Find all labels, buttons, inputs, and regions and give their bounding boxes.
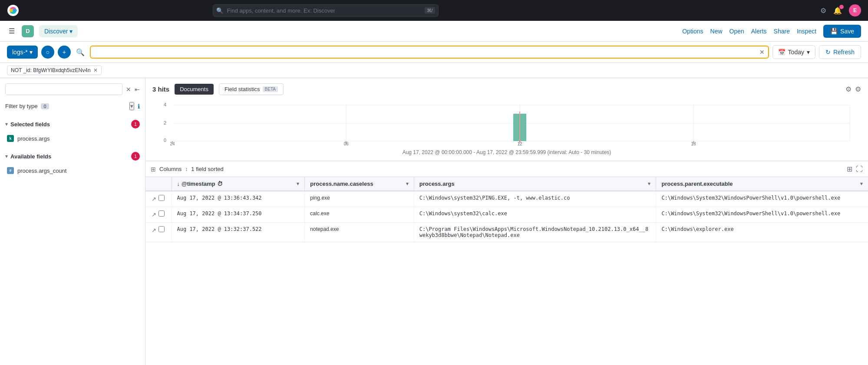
filter-type-chevron-button[interactable]: ▾ bbox=[129, 102, 134, 110]
svg-text:12: 12 bbox=[517, 141, 522, 146]
timestamp-col-label: @timestamp bbox=[182, 181, 215, 187]
svg-text:18: 18 bbox=[691, 141, 696, 146]
elastic-logo-icon bbox=[7, 4, 19, 16]
chart-top-row: 3 hits Documents Field statistics BETA ⚙… bbox=[152, 83, 861, 95]
table-view-button[interactable]: ⊞ bbox=[847, 165, 852, 173]
row-checkbox[interactable] bbox=[158, 210, 165, 217]
main-layout: process.args ✕ ⇤ Filter by type 0 ▾ ℹ ▾ … bbox=[0, 78, 868, 365]
filter-remove-button[interactable]: ✕ bbox=[93, 67, 98, 73]
th-process-name[interactable]: process.name.caseless ▾ bbox=[305, 177, 414, 191]
expand-row-button[interactable]: ↗ bbox=[151, 195, 157, 203]
new-button[interactable]: New bbox=[710, 28, 723, 35]
elastic-logo[interactable] bbox=[7, 4, 19, 16]
field-type-icon-hash: # bbox=[7, 167, 14, 174]
selected-fields-chevron-icon: ▾ bbox=[5, 121, 8, 127]
columns-label: Columns bbox=[159, 166, 182, 172]
options-button[interactable]: Options bbox=[682, 28, 703, 35]
sidebar-search-clear-button[interactable]: ✕ bbox=[126, 86, 131, 93]
filter-info-button[interactable]: ℹ bbox=[138, 103, 140, 110]
sidebar-search-input[interactable]: process.args bbox=[5, 83, 122, 95]
global-search-input[interactable] bbox=[213, 4, 439, 17]
timestamp-col-chevron-icon: ▾ bbox=[297, 181, 299, 187]
process-args-cell: C:\Windows\system32\calc.exe bbox=[414, 207, 656, 223]
chart-svg: 4 2 0 24 06 12 18 bbox=[152, 99, 861, 146]
process-args-chevron-icon: ▾ bbox=[648, 181, 650, 187]
row-checkbox[interactable] bbox=[158, 195, 165, 201]
chart-gear-button[interactable]: ⚙ bbox=[855, 85, 861, 93]
columns-icon: ⊞ bbox=[151, 166, 156, 173]
filter-type-row: Filter by type 0 ▾ ℹ bbox=[5, 100, 140, 112]
add-filter-button[interactable]: ○ bbox=[41, 46, 54, 59]
svg-text:2: 2 bbox=[164, 120, 166, 125]
refresh-button[interactable]: ↻ Refresh bbox=[819, 45, 861, 59]
row-checkbox[interactable] bbox=[158, 226, 165, 232]
share-button[interactable]: Share bbox=[774, 28, 790, 35]
filter-type-count: 0 bbox=[41, 103, 49, 109]
svg-text:24: 24 bbox=[170, 141, 175, 146]
plus-icon: + bbox=[63, 49, 66, 56]
chart-settings-button[interactable]: ⚙ bbox=[845, 85, 851, 93]
selected-fields-badge: 1 bbox=[131, 120, 140, 128]
index-pattern-label: logs-* bbox=[12, 49, 28, 56]
table-row: ↗ Aug 17, 2022 @ 13:34:37.250 calc.exe C… bbox=[145, 207, 868, 223]
th-parent-exe[interactable]: process.parent.executable ▾ bbox=[656, 177, 868, 191]
process-args-cell: C:\Program Files\WindowsApps\Microsoft.W… bbox=[414, 223, 656, 242]
chevron-down-icon: ▾ bbox=[30, 49, 33, 56]
expand-row-button[interactable]: ↗ bbox=[151, 210, 157, 219]
sort-icon: ↕ bbox=[185, 166, 188, 172]
timestamp-cell: Aug 17, 2022 @ 13:34:37.250 bbox=[172, 207, 305, 223]
global-search[interactable]: 🔍 ⌘/ bbox=[213, 4, 439, 17]
selected-field-item[interactable]: k process.args bbox=[5, 133, 140, 144]
table-expand-button[interactable]: ⛶ bbox=[856, 165, 863, 173]
app-badge: D bbox=[22, 25, 34, 37]
available-field-item[interactable]: # process.args_count bbox=[5, 165, 140, 176]
circle-icon: ○ bbox=[46, 49, 50, 56]
sidebar-collapse-button[interactable]: ⇤ bbox=[135, 86, 140, 93]
available-fields-title: Available fields bbox=[10, 153, 51, 160]
chart-icons: ⚙ ⚙ bbox=[845, 85, 861, 93]
discover-app-button[interactable]: Discover ▾ bbox=[39, 25, 78, 37]
th-process-args[interactable]: process.args ▾ bbox=[414, 177, 656, 191]
search-icon: 🔍 bbox=[216, 7, 223, 14]
kql-search-wrapper[interactable]: process.name.caseless : (notepad.exe or … bbox=[90, 46, 769, 59]
process-name-cell: ping.exe bbox=[305, 191, 414, 207]
save-icon: 💾 bbox=[830, 28, 838, 35]
alerts-button[interactable]: Alerts bbox=[751, 28, 767, 35]
expand-row-button[interactable]: ↗ bbox=[151, 226, 157, 234]
chart-time-label: Aug 17, 2022 @ 00:00:00.000 - Aug 17, 20… bbox=[152, 149, 861, 155]
inspect-button[interactable]: Inspect bbox=[797, 28, 816, 35]
date-picker-button[interactable]: 📅 Today ▾ bbox=[772, 45, 815, 59]
kql-clear-button[interactable]: ✕ bbox=[759, 49, 765, 56]
chart-visualization: 4 2 0 24 06 12 18 bbox=[152, 99, 861, 155]
search-submit-button[interactable]: 🔍 bbox=[74, 46, 86, 58]
process-args-cell: C:\Windows\system32\PING.EXE, -t, www.el… bbox=[414, 191, 656, 207]
filter-text: NOT _id: BfgWrYlBxdqh5vzENv4n bbox=[11, 67, 91, 73]
available-fields-header[interactable]: ▾ Available fields 1 bbox=[5, 149, 140, 163]
hamburger-menu-button[interactable]: ☰ bbox=[7, 25, 17, 37]
save-button[interactable]: 💾 Save bbox=[823, 25, 861, 38]
documents-button[interactable]: Documents bbox=[175, 84, 214, 95]
row-actions-cell: ↗ bbox=[145, 207, 172, 223]
index-pattern-button[interactable]: logs-* ▾ bbox=[7, 46, 38, 59]
th-timestamp[interactable]: ↓ @timestamp ⏱ ▾ bbox=[172, 177, 305, 191]
process-name-cell: notepad.exe bbox=[305, 223, 414, 242]
plus-button[interactable]: + bbox=[58, 46, 71, 59]
avatar[interactable]: E bbox=[849, 4, 861, 16]
toolbar-right: ⊞ ⛶ bbox=[847, 165, 863, 173]
table-row: ↗ Aug 17, 2022 @ 13:36:43.342 ping.exe C… bbox=[145, 191, 868, 207]
settings-button[interactable]: ⚙ bbox=[820, 7, 826, 15]
row-actions-cell: ↗ bbox=[145, 223, 172, 242]
field-statistics-button[interactable]: Field statistics BETA bbox=[219, 83, 284, 95]
kql-input[interactable]: process.name.caseless : (notepad.exe or … bbox=[94, 49, 759, 56]
toolbar-left: ⊞ Columns ↕ 1 field sorted bbox=[151, 166, 224, 173]
svg-point-4 bbox=[13, 9, 17, 12]
filter-tag[interactable]: NOT _id: BfgWrYlBxdqh5vzENv4n ✕ bbox=[7, 66, 102, 75]
open-button[interactable]: Open bbox=[729, 28, 744, 35]
notifications-button[interactable]: 🔔 bbox=[833, 7, 842, 15]
svg-text:06: 06 bbox=[343, 141, 349, 146]
selected-fields-header[interactable]: ▾ Selected fields 1 bbox=[5, 117, 140, 131]
field-type-icon: k bbox=[7, 135, 14, 142]
th-actions bbox=[145, 177, 172, 191]
hits-label: 3 hits bbox=[152, 85, 169, 93]
chart-area: 3 hits Documents Field statistics BETA ⚙… bbox=[145, 78, 868, 161]
